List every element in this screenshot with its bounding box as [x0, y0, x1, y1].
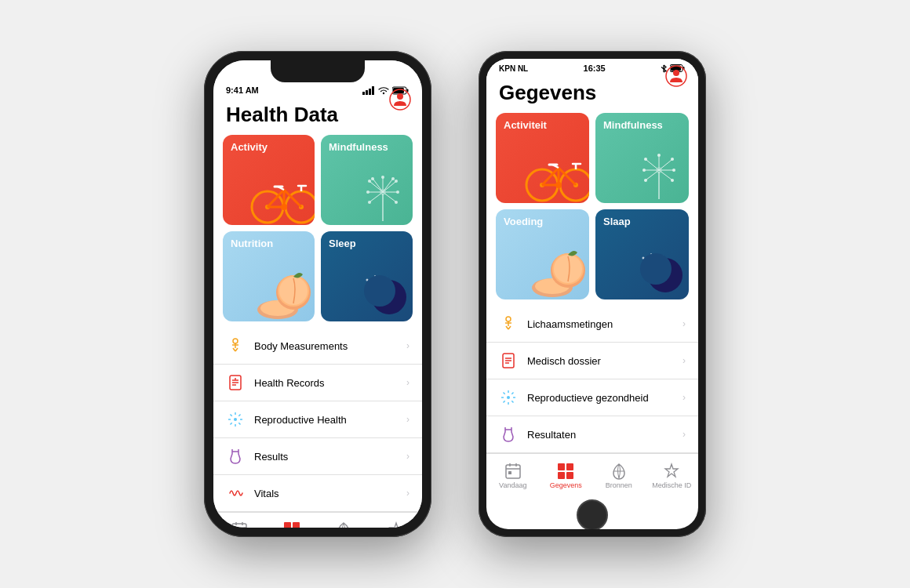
resultaten-icon — [499, 425, 518, 444]
list-section-right: Lichaamsmetingen › Medisch dossier › — [486, 306, 698, 453]
svg-point-115 — [642, 169, 646, 172]
tab-bronnen-icon — [610, 463, 628, 480]
iphone-7-device: KPN NL 16:35 — [479, 51, 706, 537]
vitals-label: Vitals — [254, 488, 406, 499]
svg-point-54 — [364, 275, 395, 307]
svg-point-4 — [383, 92, 384, 93]
svg-point-139 — [507, 396, 510, 399]
signal-icon — [362, 86, 375, 95]
reproductive-health-item[interactable]: Reproductive Health › — [213, 401, 422, 438]
peach-illustration — [256, 270, 311, 321]
mindfulness-tile-right[interactable]: Mindfulness — [595, 113, 689, 203]
bike-illustration — [248, 166, 315, 225]
svg-rect-156 — [558, 472, 565, 479]
mindfulness-tile-right-label: Mindfulness — [603, 119, 663, 131]
tab-today-left[interactable]: Today — [213, 521, 266, 528]
tab-bar-left: Today Health Data — [213, 512, 422, 528]
tab-medische-id[interactable]: Medische ID — [646, 463, 699, 489]
tab-bronnen[interactable]: Bronnen — [592, 463, 646, 489]
resultaten-chevron: › — [682, 429, 686, 440]
svg-rect-149 — [506, 465, 520, 478]
health-records-item[interactable]: Health Records › — [213, 365, 422, 401]
home-button[interactable] — [577, 499, 608, 529]
tab-today-icon — [231, 521, 248, 528]
moon-illustration-right — [635, 250, 682, 293]
tab-medical-id-left[interactable]: Medical ID — [370, 521, 423, 528]
svg-point-65 — [234, 418, 237, 421]
svg-point-89 — [673, 70, 679, 76]
results-chevron: › — [406, 451, 410, 462]
dandelion-illustration-right — [634, 148, 685, 199]
voeding-tile-label: Voeding — [504, 216, 543, 227]
svg-point-38 — [366, 191, 369, 194]
medisch-dossier-icon — [499, 351, 518, 370]
voeding-tile[interactable]: Voeding — [496, 209, 589, 299]
svg-line-72 — [238, 415, 240, 416]
svg-line-71 — [238, 423, 240, 424]
results-item[interactable]: Results › — [213, 438, 422, 475]
tab-sources-icon — [335, 521, 352, 528]
sleep-tile[interactable]: Sleep — [321, 231, 413, 321]
svg-point-36 — [368, 180, 371, 183]
tab-health-data-left[interactable]: Health Data — [266, 521, 318, 528]
svg-point-102 — [555, 182, 562, 188]
profile-button-right[interactable] — [665, 65, 687, 87]
tab-health-data-icon — [283, 521, 300, 528]
svg-line-73 — [231, 423, 232, 424]
tab-bronnen-label: Bronnen — [606, 481, 632, 489]
tab-gegevens-label: Gegevens — [550, 481, 582, 489]
reproductive-health-chevron: › — [406, 414, 410, 425]
svg-point-55 — [233, 339, 238, 343]
svg-point-34 — [381, 176, 384, 179]
activity-tile[interactable]: Activity — [223, 135, 315, 225]
body-measurements-chevron: › — [406, 340, 410, 351]
svg-rect-2 — [369, 89, 371, 95]
medisch-dossier-item[interactable]: Medisch dossier › — [486, 343, 698, 379]
resultaten-item[interactable]: Resultaten › — [486, 416, 698, 453]
carrier-right: KPN NL — [499, 64, 528, 73]
svg-point-114 — [672, 169, 675, 172]
svg-rect-3 — [372, 86, 374, 95]
slaap-tile[interactable]: Slaap — [595, 209, 689, 299]
svg-point-130 — [506, 317, 511, 321]
medisch-dossier-chevron: › — [682, 355, 686, 366]
mindfulness-tile[interactable]: Mindfulness — [321, 135, 413, 225]
medisch-dossier-label: Medisch dossier — [527, 355, 682, 367]
svg-rect-155 — [566, 463, 573, 470]
health-records-label: Health Records — [254, 377, 406, 389]
svg-line-134 — [508, 326, 511, 329]
sleep-tile-label: Sleep — [329, 238, 356, 249]
tab-vandaag[interactable]: Vandaag — [486, 463, 540, 489]
svg-rect-80 — [284, 522, 291, 528]
svg-point-129 — [640, 253, 672, 285]
reproductieve-item[interactable]: Reproductieve gezondheid › — [486, 379, 698, 416]
svg-point-37 — [396, 191, 399, 194]
svg-point-116 — [671, 179, 674, 182]
body-measurements-label: Body Measurements — [254, 340, 406, 352]
time-right: 16:35 — [584, 64, 606, 73]
vitals-item[interactable]: Vitals › — [213, 475, 422, 512]
resultaten-label: Resultaten — [527, 429, 682, 441]
body-measurements-icon — [226, 336, 245, 355]
nutrition-tile[interactable]: Nutrition — [223, 231, 315, 321]
tab-sources-left[interactable]: Sources — [318, 521, 370, 528]
activiteit-tile[interactable]: Activiteit — [496, 113, 589, 203]
svg-point-111 — [657, 154, 661, 157]
lichaamsmetingen-item[interactable]: Lichaamsmetingen › — [486, 306, 698, 343]
lichaamsmetingen-label: Lichaamsmetingen — [527, 318, 682, 330]
tab-medical-id-icon — [388, 521, 405, 528]
svg-point-40 — [368, 201, 371, 204]
svg-point-43 — [380, 189, 386, 195]
tab-medische-id-icon — [663, 463, 680, 480]
tab-gegevens[interactable]: Gegevens — [540, 463, 593, 489]
body-measurements-item[interactable]: Body Measurements › — [213, 328, 422, 365]
phones-container: 9:41 AM — [0, 0, 910, 588]
svg-point-112 — [671, 158, 674, 161]
reproductieve-chevron: › — [682, 392, 686, 403]
peach-illustration-right — [530, 249, 585, 299]
svg-rect-154 — [558, 463, 565, 470]
profile-button-left[interactable] — [389, 89, 411, 111]
iphone-7-screen: KPN NL 16:35 — [486, 59, 698, 529]
activiteit-tile-label: Activiteit — [504, 119, 547, 131]
activity-tile-label: Activity — [231, 141, 268, 153]
